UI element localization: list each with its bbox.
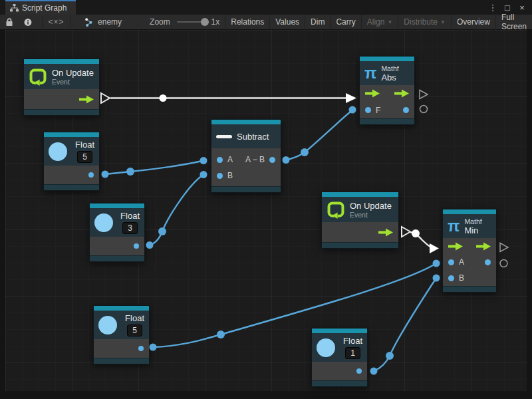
- node-title: Float: [125, 313, 144, 323]
- graph-breadcrumb[interactable]: enemy: [84, 17, 122, 27]
- float-icon: [94, 213, 113, 232]
- value-output-port[interactable]: [356, 368, 362, 374]
- pi-icon: π: [448, 218, 460, 234]
- tab-bar: Script Graph ⋮ □ ×: [0, 0, 532, 15]
- node-title: Float: [120, 211, 140, 221]
- node-float-3[interactable]: Float 3: [89, 203, 145, 262]
- align-dropdown[interactable]: Align ▼: [362, 15, 399, 30]
- node-accent-bar: [24, 59, 99, 64]
- graph-icon: [84, 17, 94, 27]
- flow-output-port[interactable]: [476, 242, 491, 251]
- node-title: On Update: [350, 201, 392, 211]
- graph-hierarchy-icon: [10, 4, 19, 12]
- node-category: Mathf: [381, 65, 398, 72]
- inspect-button[interactable]: [19, 15, 37, 30]
- float-value-field[interactable]: 5: [77, 151, 92, 163]
- node-accent-bar: [312, 329, 367, 333]
- lock-button[interactable]: [0, 15, 19, 30]
- menu-dots-icon[interactable]: ⋮: [487, 3, 499, 13]
- info-icon: [24, 17, 32, 27]
- node-title: Subtract: [237, 132, 269, 142]
- node-accent-bar: [90, 203, 144, 208]
- toolbar-buttons: Relations Values Dim Carry Align ▼ Distr…: [225, 15, 532, 30]
- node-accent-bar: [443, 209, 496, 214]
- node-category: Mathf: [464, 217, 481, 225]
- maximize-icon[interactable]: □: [501, 3, 513, 13]
- dim-button[interactable]: Dim: [305, 15, 331, 30]
- update-loop-icon: [327, 201, 345, 219]
- node-subtract[interactable]: Subtract A A − B B: [211, 119, 281, 193]
- flow-input-port[interactable]: [448, 242, 463, 251]
- value-input-port-b[interactable]: [217, 173, 223, 179]
- port-label: F: [376, 106, 380, 115]
- node-float-1[interactable]: Float 1: [311, 328, 368, 387]
- value-output-port[interactable]: [88, 172, 94, 178]
- node-footer: [94, 358, 149, 364]
- node-footer: [322, 242, 398, 248]
- node-accent-bar: [360, 57, 414, 61]
- value-input-port-b[interactable]: [448, 275, 454, 281]
- relations-button[interactable]: Relations: [225, 15, 270, 30]
- node-footer: [211, 186, 281, 192]
- graph-name: enemy: [98, 17, 122, 27]
- node-accent-bar: [44, 132, 99, 137]
- port-label: A: [227, 155, 233, 164]
- script-graph-window: Script Graph ⋮ □ × <×>: [0, 0, 532, 399]
- value-output-port[interactable]: [138, 346, 144, 351]
- overview-button[interactable]: Overview: [452, 15, 496, 30]
- node-accent-bar: [94, 306, 149, 311]
- zoom-value: 1x: [211, 17, 220, 27]
- port-label: B: [459, 273, 464, 283]
- value-output-port[interactable]: [134, 243, 139, 249]
- value-input-port-a[interactable]: [448, 259, 454, 265]
- subtract-icon: [216, 135, 232, 138]
- code-icon: <×>: [49, 17, 65, 27]
- pi-icon: π: [364, 65, 376, 81]
- value-output-port[interactable]: [403, 107, 409, 113]
- flow-output-port[interactable]: [394, 89, 409, 98]
- node-on-update-2[interactable]: On Update Event: [321, 192, 399, 249]
- float-icon: [317, 338, 335, 357]
- node-title: Abs: [381, 72, 398, 82]
- value-output-port[interactable]: [485, 259, 491, 265]
- distribute-dropdown[interactable]: Distribute ▼: [398, 15, 452, 30]
- node-title: On Update: [52, 68, 94, 78]
- tab-script-graph[interactable]: Script Graph: [5, 0, 76, 15]
- node-footer: [443, 286, 496, 292]
- float-value-field[interactable]: 1: [345, 347, 360, 359]
- port-label: A: [459, 257, 464, 267]
- zoom-slider-handle[interactable]: [201, 18, 209, 26]
- node-footer: [360, 118, 414, 124]
- node-footer: [312, 380, 367, 386]
- update-loop-icon: [29, 68, 47, 86]
- node-subtitle: Event: [52, 78, 94, 86]
- float-icon: [49, 142, 67, 161]
- float-value-field[interactable]: 3: [122, 222, 138, 234]
- tab-title: Script Graph: [22, 3, 66, 13]
- value-output-port[interactable]: [269, 157, 275, 163]
- node-float-5-top[interactable]: Float 5: [43, 132, 100, 191]
- fullscreen-button[interactable]: Full Screen: [496, 15, 532, 30]
- value-input-port-a[interactable]: [217, 157, 223, 163]
- preview-code-button[interactable]: <×>: [43, 15, 70, 30]
- lock-icon: [5, 17, 13, 27]
- node-on-update-1[interactable]: On Update Event: [23, 59, 100, 116]
- carry-button[interactable]: Carry: [331, 15, 361, 30]
- value-input-port[interactable]: [365, 107, 371, 113]
- node-accent-bar: [322, 192, 398, 197]
- chevron-down-icon: ▼: [440, 19, 446, 25]
- float-icon: [98, 316, 117, 334]
- flow-output-port[interactable]: [79, 95, 94, 104]
- node-mathf-min[interactable]: π Mathf Min A B: [442, 209, 497, 293]
- zoom-slider[interactable]: [177, 21, 207, 23]
- values-button[interactable]: Values: [270, 15, 305, 30]
- float-value-field[interactable]: 5: [127, 325, 142, 336]
- node-float-5-bottom[interactable]: Float 5: [93, 305, 150, 364]
- graph-toolbar: <×> enemy Zoom 1x Relations Values Dim C…: [0, 15, 532, 30]
- close-icon[interactable]: ×: [516, 3, 528, 13]
- flow-output-port[interactable]: [378, 228, 393, 237]
- node-mathf-abs[interactable]: π Mathf Abs F: [359, 56, 415, 125]
- zoom-label: Zoom: [150, 17, 170, 27]
- flow-input-port[interactable]: [365, 89, 380, 98]
- node-title: Float: [343, 336, 362, 346]
